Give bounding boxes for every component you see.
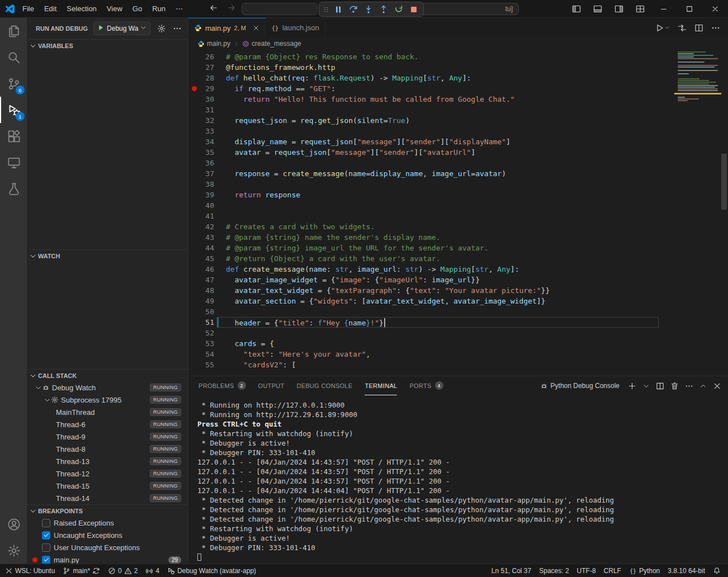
code-line[interactable]: 32 request_json = req.get_json(silent=Tr… xyxy=(188,115,728,126)
open-changes-button[interactable] xyxy=(678,23,687,32)
code-line[interactable]: 38 xyxy=(188,179,728,190)
step-over-button[interactable] xyxy=(347,3,360,16)
callstack-item[interactable]: Debug WatchRUNNING xyxy=(27,381,188,394)
activity-explorer[interactable] xyxy=(0,18,27,44)
step-into-button[interactable] xyxy=(362,3,375,16)
pause-button[interactable] xyxy=(332,3,345,16)
status-python-interpreter[interactable]: 3.8.10 64-bit xyxy=(664,564,709,577)
menu-overflow[interactable]: ⋯ xyxy=(171,1,188,17)
breakpoint-item[interactable]: Raised Exceptions xyxy=(27,517,188,529)
code-line[interactable]: 48 avatar_text_widget = {"textParagraph"… xyxy=(188,285,728,296)
activity-testing[interactable] xyxy=(0,176,27,202)
status-ports[interactable]: 4 xyxy=(141,564,163,577)
step-out-button[interactable] xyxy=(377,3,390,16)
callstack-item[interactable]: MainThreadRUNNING xyxy=(27,406,188,418)
go-back-button[interactable] xyxy=(209,3,218,15)
close-tab-button[interactable] xyxy=(253,25,259,31)
status-remote[interactable]: WSL: Ubuntu xyxy=(1,564,59,577)
code-line[interactable]: 37 response = create_message(name=displa… xyxy=(188,168,728,179)
section-header-call-stack[interactable]: CALL STACK xyxy=(27,369,188,381)
terminal-profile[interactable]: Python Debug Console xyxy=(540,382,620,390)
terminal-profile-dropdown-button[interactable] xyxy=(642,382,650,390)
breadcrumb-item[interactable]: create_message xyxy=(242,40,301,48)
activity-source-control[interactable]: 6 xyxy=(0,70,27,97)
new-terminal-button[interactable] xyxy=(628,382,636,390)
status-language-mode[interactable]: {}Python xyxy=(625,564,664,577)
sidebar-more-actions-button[interactable] xyxy=(173,24,182,33)
menu-file[interactable]: File xyxy=(17,1,39,17)
code-line[interactable]: 41 xyxy=(188,211,728,221)
panel-tab-problems[interactable]: PROBLEMS2 xyxy=(198,376,246,395)
callstack-item[interactable]: Thread-14RUNNING xyxy=(27,492,188,504)
terminal-output[interactable]: * Running on http://127.0.0.1:9000 * Run… xyxy=(188,395,728,564)
split-terminal-button[interactable] xyxy=(656,382,664,390)
code-line[interactable]: 50 xyxy=(188,306,728,317)
menu-go[interactable]: Go xyxy=(127,1,147,17)
breakpoint-checkbox[interactable] xyxy=(42,519,50,527)
window-title[interactable]: tu] xyxy=(415,3,519,15)
status-eol[interactable]: CRLF xyxy=(600,564,625,577)
code-line[interactable]: 52 xyxy=(188,328,728,338)
maximize-panel-button[interactable] xyxy=(699,382,707,390)
code-line[interactable]: 29 if req.method == "GET": xyxy=(188,83,728,94)
status-notifications[interactable] xyxy=(709,564,725,577)
breakpoint-item[interactable]: Uncaught Exceptions xyxy=(27,529,188,541)
maximize-button[interactable] xyxy=(677,0,702,18)
code-line[interactable]: 44# @param {string} image_url the URL fo… xyxy=(188,243,728,253)
status-cursor-position[interactable]: Ln 51, Col 37 xyxy=(488,564,535,577)
editor-scrollbar-thumb[interactable] xyxy=(721,154,727,210)
callstack-item[interactable]: Thread-8RUNNING xyxy=(27,443,188,455)
launch-config-select[interactable]: Debug Wa xyxy=(93,22,150,35)
activity-remote-explorer[interactable] xyxy=(0,149,27,176)
command-center-search[interactable] xyxy=(242,3,318,15)
code-line[interactable]: 26# @param {Object} res Response to send… xyxy=(188,51,728,62)
breakpoint-checkbox[interactable] xyxy=(42,531,50,540)
code-line[interactable]: 51 header = {"title": f"Hey {name}!"} xyxy=(188,317,728,328)
minimap[interactable] xyxy=(678,51,719,102)
code-line[interactable]: 31 xyxy=(188,105,728,115)
code-line[interactable]: 42# Creates a card with two widgets. xyxy=(188,221,728,232)
callstack-item[interactable]: Thread-12RUNNING xyxy=(27,467,188,480)
status-branch[interactable]: main* xyxy=(59,564,104,577)
activity-accounts[interactable] xyxy=(0,511,27,537)
code-line[interactable]: 33 xyxy=(188,126,728,136)
code-line[interactable]: 30 return "Hello! This function must be … xyxy=(188,94,728,105)
go-forward-button[interactable] xyxy=(227,3,236,15)
toggle-secondary-sidebar-button[interactable] xyxy=(608,0,630,18)
code-line[interactable]: 55 "cardsV2": [ xyxy=(188,360,728,370)
code-line[interactable]: 54 "text": "Here's your avatar", xyxy=(188,349,728,360)
minimize-button[interactable] xyxy=(651,0,677,18)
more-panel-actions-button[interactable] xyxy=(685,382,693,390)
breakpoint-item[interactable]: User Uncaught Exceptions xyxy=(27,541,188,554)
breakpoint-checkbox[interactable] xyxy=(42,543,50,552)
customize-layout-button[interactable] xyxy=(630,0,651,18)
activity-run-and-debug[interactable]: 1 xyxy=(0,97,27,123)
callstack-item[interactable]: Thread-13RUNNING xyxy=(27,455,188,467)
code-editor[interactable]: 26# @param {Object} res Response to send… xyxy=(188,50,728,376)
code-line[interactable]: 49 avatar_section = {"widgets": [avatar_… xyxy=(188,296,728,306)
panel-tab-terminal[interactable]: TERMINAL xyxy=(365,376,397,395)
callstack-item[interactable]: Subprocess 17995RUNNING xyxy=(27,394,188,406)
menu-edit[interactable]: Edit xyxy=(39,1,62,17)
tab-main.py[interactable]: main.py2, M xyxy=(188,18,266,37)
callstack-item[interactable]: Thread-6RUNNING xyxy=(27,418,188,431)
code-line[interactable]: 43# @param {string} name the sender's di… xyxy=(188,232,728,243)
breakpoint-checkbox[interactable] xyxy=(42,556,50,564)
restart-button[interactable] xyxy=(392,3,405,16)
code-line[interactable]: 39 return response xyxy=(188,190,728,200)
section-header-watch[interactable]: WATCH xyxy=(27,249,188,262)
code-line[interactable]: 36 xyxy=(188,158,728,168)
status-debug-status[interactable]: Debug Watch (avatar-app) xyxy=(163,564,260,577)
activity-extensions[interactable] xyxy=(0,123,27,149)
toggle-panel-button[interactable] xyxy=(587,0,608,18)
debug-settings-button[interactable] xyxy=(157,24,166,33)
panel-tab-ports[interactable]: PORTS4 xyxy=(409,376,443,395)
status-problems[interactable]: 02 xyxy=(104,564,141,577)
run-python-file-button[interactable] xyxy=(655,23,670,32)
panel-tab-output[interactable]: OUTPUT xyxy=(258,376,285,395)
tab-launch.json[interactable]: {}launch.json xyxy=(266,18,325,37)
split-editor-button[interactable] xyxy=(694,23,703,32)
menu-selection[interactable]: Selection xyxy=(62,1,101,17)
close-window-button[interactable] xyxy=(702,0,728,18)
activity-manage[interactable] xyxy=(0,537,27,564)
